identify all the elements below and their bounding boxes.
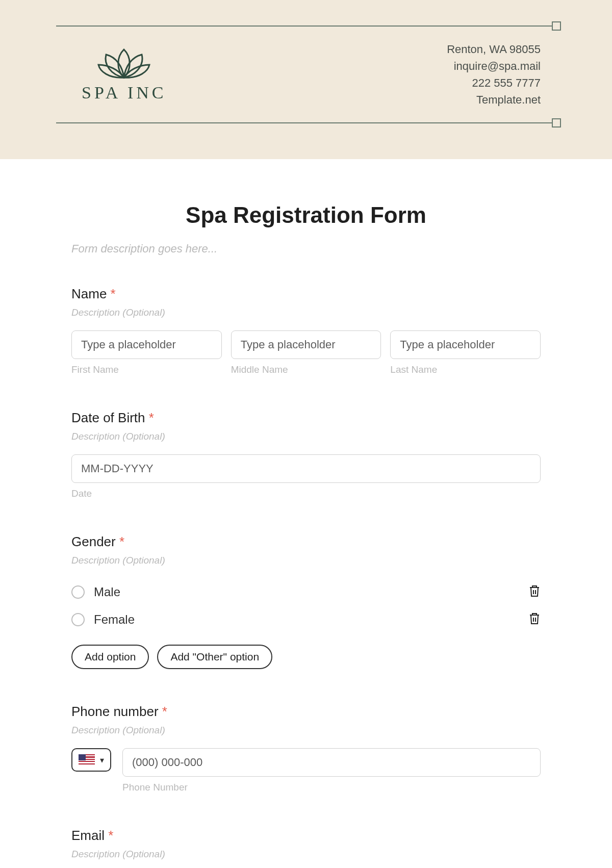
email-label-text: Email	[71, 828, 105, 843]
field-gender: Gender * Description (Optional) Male Fem…	[71, 534, 541, 669]
name-desc[interactable]: Description (Optional)	[71, 307, 541, 318]
gender-option-label[interactable]: Female	[94, 612, 135, 627]
contact-site: Template.net	[447, 91, 541, 108]
country-code-select[interactable]: ▾	[71, 748, 111, 772]
form-description[interactable]: Form description goes here...	[71, 242, 541, 256]
required-asterisk: *	[149, 410, 154, 425]
field-email: Email * Description (Optional)	[71, 828, 541, 868]
contact-email: inquire@spa.mail	[447, 58, 541, 74]
middle-name-input[interactable]	[231, 330, 381, 359]
field-phone: Phone number * Description (Optional) ▾ …	[71, 704, 541, 793]
dob-sublabel: Date	[71, 488, 541, 499]
header-banner: SPA INC Renton, WA 98055 inquire@spa.mai…	[0, 0, 612, 159]
dob-label-text: Date of Birth	[71, 410, 145, 425]
corner-decoration-br	[552, 118, 561, 127]
field-name: Name * Description (Optional) First Name…	[71, 286, 541, 375]
gender-option-row: Male	[71, 578, 541, 606]
required-asterisk: *	[119, 534, 124, 549]
required-asterisk: *	[111, 286, 116, 301]
chevron-down-icon: ▾	[100, 755, 104, 765]
header-frame: SPA INC Renton, WA 98055 inquire@spa.mai…	[56, 25, 556, 123]
add-other-option-button[interactable]: Add "Other" option	[157, 645, 272, 669]
email-desc[interactable]: Description (Optional)	[71, 849, 541, 860]
required-asterisk: *	[108, 828, 113, 843]
first-name-sublabel: First Name	[71, 364, 222, 375]
lotus-icon	[96, 47, 152, 80]
contact-block: Renton, WA 98055 inquire@spa.mail 222 55…	[447, 41, 541, 108]
gender-label-text: Gender	[71, 534, 116, 549]
name-label: Name *	[71, 286, 541, 302]
field-dob: Date of Birth * Description (Optional) D…	[71, 410, 541, 499]
dob-input[interactable]	[71, 454, 541, 483]
gender-desc[interactable]: Description (Optional)	[71, 555, 541, 566]
gender-option-label[interactable]: Male	[94, 585, 120, 599]
last-name-input[interactable]	[390, 330, 541, 359]
form-title: Spa Registration Form	[71, 202, 541, 228]
middle-name-sublabel: Middle Name	[231, 364, 381, 375]
logo-block: SPA INC	[82, 47, 166, 103]
last-name-sublabel: Last Name	[390, 364, 541, 375]
required-asterisk: *	[162, 704, 167, 719]
add-option-button[interactable]: Add option	[71, 645, 149, 669]
brand-name: SPA INC	[82, 83, 166, 103]
first-name-input[interactable]	[71, 330, 222, 359]
radio-icon[interactable]	[71, 613, 85, 626]
form-container: Spa Registration Form Form description g…	[0, 159, 612, 868]
radio-icon[interactable]	[71, 585, 85, 599]
phone-label-text: Phone number	[71, 704, 159, 719]
us-flag-icon	[79, 754, 95, 765]
email-label: Email *	[71, 828, 541, 844]
phone-input[interactable]	[122, 748, 541, 777]
corner-decoration-tr	[552, 21, 561, 31]
contact-address: Renton, WA 98055	[447, 41, 541, 58]
contact-phone: 222 555 7777	[447, 74, 541, 91]
phone-desc[interactable]: Description (Optional)	[71, 725, 541, 736]
phone-label: Phone number *	[71, 704, 541, 720]
phone-sublabel: Phone Number	[122, 782, 541, 793]
trash-icon[interactable]	[528, 612, 541, 627]
name-label-text: Name	[71, 286, 107, 301]
dob-label: Date of Birth *	[71, 410, 541, 426]
dob-desc[interactable]: Description (Optional)	[71, 431, 541, 442]
gender-label: Gender *	[71, 534, 541, 550]
trash-icon[interactable]	[528, 584, 541, 600]
gender-option-row: Female	[71, 606, 541, 633]
